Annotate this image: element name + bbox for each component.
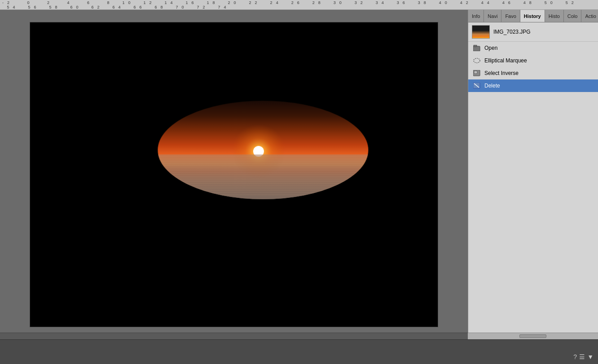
snapshot-thumbnail xyxy=(472,25,490,39)
panel-tabs: Info Navi Favo History Histo Colo Actio xyxy=(468,10,598,22)
snapshot-row[interactable]: IMG_7023.JPG xyxy=(468,22,598,42)
snapshot-name: IMG_7023.JPG xyxy=(493,29,531,35)
right-panel: Info Navi Favo History Histo Colo Actio … xyxy=(468,10,598,339)
question-icon: ? xyxy=(573,353,577,360)
ruler-label: -2 0 2 4 6 8 10 12 14 16 18 20 22 24 26 … xyxy=(0,0,598,9)
delete-icon-svg xyxy=(473,83,480,89)
marquee-icon xyxy=(473,57,481,65)
ruler-inner: -2 0 2 4 6 8 10 12 14 16 18 20 22 24 26 … xyxy=(0,0,598,9)
marquee-icon-svg xyxy=(473,58,480,63)
tab-favo[interactable]: Favo xyxy=(501,10,520,22)
select-inverse-icon xyxy=(473,69,481,77)
svg-rect-1 xyxy=(474,45,477,47)
history-item-delete[interactable]: Delete xyxy=(468,79,598,92)
tab-info[interactable]: Info xyxy=(468,10,484,22)
history-item-select-inverse-label: Select Inverse xyxy=(484,70,519,76)
svg-rect-4 xyxy=(474,71,477,74)
history-item-elliptical-marquee[interactable]: Elliptical Marquee xyxy=(468,54,598,67)
ruler: -2 0 2 4 6 8 10 12 14 16 18 20 22 24 26 … xyxy=(0,0,598,10)
tab-history[interactable]: History xyxy=(520,10,545,22)
tab-histo[interactable]: Histo xyxy=(545,10,564,22)
panel-bottom-bar xyxy=(468,333,598,339)
image-canvas xyxy=(30,22,438,327)
open-icon-svg xyxy=(473,45,480,51)
history-content: IMG_7023.JPG Open Elliptical Marquee xyxy=(468,22,598,339)
history-item-select-inverse[interactable]: Select Inverse xyxy=(468,67,598,79)
canvas-scrollbar[interactable] xyxy=(0,333,468,339)
tab-actio[interactable]: Actio xyxy=(581,10,598,22)
history-item-marquee-label: Elliptical Marquee xyxy=(484,57,527,64)
svg-rect-0 xyxy=(473,46,480,51)
history-item-delete-label: Delete xyxy=(484,83,500,89)
menu-icon: ☰ xyxy=(579,353,585,360)
history-item-open-label: Open xyxy=(484,45,497,51)
select-inverse-icon-svg xyxy=(473,70,480,76)
expand-icon: ▼ xyxy=(587,353,594,360)
status-bar: ? ☰ ▼ xyxy=(0,339,598,364)
svg-point-2 xyxy=(474,58,480,63)
open-icon xyxy=(473,44,481,52)
delete-icon xyxy=(473,82,481,90)
tab-colo[interactable]: Colo xyxy=(564,10,582,22)
status-icons: ? ☰ ▼ xyxy=(573,353,594,360)
history-item-open[interactable]: Open xyxy=(468,42,598,54)
canvas-area xyxy=(0,10,468,339)
tab-navi[interactable]: Navi xyxy=(484,10,501,22)
scrollbar-handle[interactable] xyxy=(519,334,546,338)
